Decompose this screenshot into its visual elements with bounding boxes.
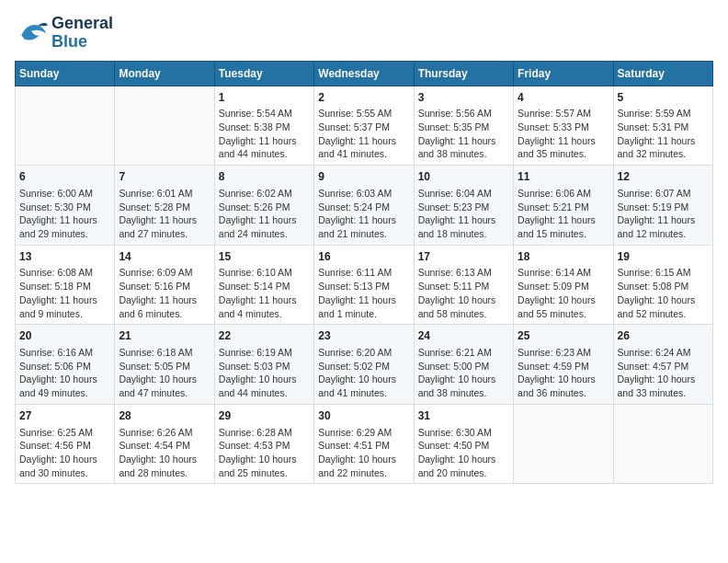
calendar-cell: 25Sunrise: 6:23 AMSunset: 4:59 PMDayligh… xyxy=(514,325,613,405)
day-content: Sunrise: 6:06 AMSunset: 5:21 PMDaylight:… xyxy=(518,187,609,241)
day-number: 19 xyxy=(618,249,709,265)
day-content: Sunrise: 6:23 AMSunset: 4:59 PMDaylight:… xyxy=(518,346,609,400)
day-content: Sunrise: 6:30 AMSunset: 4:50 PMDaylight:… xyxy=(418,426,509,480)
day-content: Sunrise: 6:02 AMSunset: 5:26 PMDaylight:… xyxy=(219,187,310,241)
calendar-cell: 13Sunrise: 6:08 AMSunset: 5:18 PMDayligh… xyxy=(16,245,115,325)
col-header-friday: Friday xyxy=(514,61,613,86)
calendar-cell: 14Sunrise: 6:09 AMSunset: 5:16 PMDayligh… xyxy=(115,245,214,325)
day-number: 28 xyxy=(119,408,210,424)
day-content: Sunrise: 6:16 AMSunset: 5:06 PMDaylight:… xyxy=(19,346,110,400)
day-number: 17 xyxy=(418,249,509,265)
calendar-cell: 24Sunrise: 6:21 AMSunset: 5:00 PMDayligh… xyxy=(414,325,513,405)
day-number: 21 xyxy=(119,328,210,344)
calendar-cell: 3Sunrise: 5:56 AMSunset: 5:35 PMDaylight… xyxy=(414,86,513,166)
calendar-cell: 27Sunrise: 6:25 AMSunset: 4:56 PMDayligh… xyxy=(16,404,115,484)
day-content: Sunrise: 6:20 AMSunset: 5:02 PMDaylight:… xyxy=(318,346,409,400)
logo: General Blue xyxy=(15,15,113,52)
day-content: Sunrise: 6:13 AMSunset: 5:11 PMDaylight:… xyxy=(418,266,509,320)
calendar-cell: 31Sunrise: 6:30 AMSunset: 4:50 PMDayligh… xyxy=(414,404,513,484)
col-header-sunday: Sunday xyxy=(16,61,115,86)
day-number: 10 xyxy=(418,169,509,185)
logo-bird-icon xyxy=(15,18,48,48)
logo-text: General Blue xyxy=(51,15,113,52)
day-number: 29 xyxy=(219,408,310,424)
day-content: Sunrise: 5:56 AMSunset: 5:35 PMDaylight:… xyxy=(418,107,509,161)
col-header-monday: Monday xyxy=(115,61,214,86)
day-number: 16 xyxy=(318,249,409,265)
day-number: 1 xyxy=(219,90,310,106)
day-content: Sunrise: 6:04 AMSunset: 5:23 PMDaylight:… xyxy=(418,187,509,241)
day-content: Sunrise: 6:08 AMSunset: 5:18 PMDaylight:… xyxy=(19,266,110,320)
day-number: 11 xyxy=(518,169,609,185)
day-number: 31 xyxy=(418,408,509,424)
day-content: Sunrise: 6:25 AMSunset: 4:56 PMDaylight:… xyxy=(19,426,110,480)
calendar-table: SundayMondayTuesdayWednesdayThursdayFrid… xyxy=(15,61,713,485)
calendar-cell: 30Sunrise: 6:29 AMSunset: 4:51 PMDayligh… xyxy=(314,404,414,484)
calendar-cell: 29Sunrise: 6:28 AMSunset: 4:53 PMDayligh… xyxy=(214,404,313,484)
day-number: 12 xyxy=(618,169,709,185)
day-content: Sunrise: 5:59 AMSunset: 5:31 PMDaylight:… xyxy=(618,107,709,161)
day-content: Sunrise: 6:07 AMSunset: 5:19 PMDaylight:… xyxy=(618,187,709,241)
calendar-cell: 10Sunrise: 6:04 AMSunset: 5:23 PMDayligh… xyxy=(414,166,513,246)
day-content: Sunrise: 6:24 AMSunset: 4:57 PMDaylight:… xyxy=(618,346,709,400)
calendar-cell: 17Sunrise: 6:13 AMSunset: 5:11 PMDayligh… xyxy=(414,245,513,325)
day-number: 6 xyxy=(19,169,110,185)
calendar-week-1: 1Sunrise: 5:54 AMSunset: 5:38 PMDaylight… xyxy=(16,86,713,166)
day-content: Sunrise: 6:28 AMSunset: 4:53 PMDaylight:… xyxy=(219,426,310,480)
calendar-header-row: SundayMondayTuesdayWednesdayThursdayFrid… xyxy=(16,61,713,86)
calendar-week-2: 6Sunrise: 6:00 AMSunset: 5:30 PMDaylight… xyxy=(16,166,713,246)
calendar-cell: 26Sunrise: 6:24 AMSunset: 4:57 PMDayligh… xyxy=(613,325,712,405)
day-content: Sunrise: 6:26 AMSunset: 4:54 PMDaylight:… xyxy=(119,426,210,480)
day-number: 7 xyxy=(119,169,210,185)
page-header: General Blue xyxy=(15,15,713,52)
calendar-cell: 9Sunrise: 6:03 AMSunset: 5:24 PMDaylight… xyxy=(314,166,414,246)
calendar-cell: 8Sunrise: 6:02 AMSunset: 5:26 PMDaylight… xyxy=(214,166,313,246)
col-header-wednesday: Wednesday xyxy=(314,61,414,86)
day-content: Sunrise: 6:03 AMSunset: 5:24 PMDaylight:… xyxy=(318,187,409,241)
day-number: 20 xyxy=(19,328,110,344)
calendar-cell: 2Sunrise: 5:55 AMSunset: 5:37 PMDaylight… xyxy=(314,86,414,166)
day-number: 27 xyxy=(19,408,110,424)
day-number: 30 xyxy=(318,408,409,424)
day-number: 25 xyxy=(518,328,609,344)
calendar-cell: 28Sunrise: 6:26 AMSunset: 4:54 PMDayligh… xyxy=(115,404,214,484)
day-content: Sunrise: 5:55 AMSunset: 5:37 PMDaylight:… xyxy=(318,107,409,161)
calendar-cell xyxy=(16,86,115,166)
calendar-cell xyxy=(613,404,712,484)
day-number: 9 xyxy=(318,169,409,185)
day-content: Sunrise: 6:15 AMSunset: 5:08 PMDaylight:… xyxy=(618,266,709,320)
day-content: Sunrise: 6:21 AMSunset: 5:00 PMDaylight:… xyxy=(418,346,509,400)
col-header-saturday: Saturday xyxy=(613,61,712,86)
calendar-cell: 6Sunrise: 6:00 AMSunset: 5:30 PMDaylight… xyxy=(16,166,115,246)
day-content: Sunrise: 6:10 AMSunset: 5:14 PMDaylight:… xyxy=(219,266,310,320)
calendar-cell: 16Sunrise: 6:11 AMSunset: 5:13 PMDayligh… xyxy=(314,245,414,325)
day-number: 8 xyxy=(219,169,310,185)
day-content: Sunrise: 6:11 AMSunset: 5:13 PMDaylight:… xyxy=(318,266,409,320)
calendar-cell: 15Sunrise: 6:10 AMSunset: 5:14 PMDayligh… xyxy=(214,245,313,325)
calendar-cell: 19Sunrise: 6:15 AMSunset: 5:08 PMDayligh… xyxy=(613,245,712,325)
day-number: 4 xyxy=(518,90,609,106)
day-content: Sunrise: 6:00 AMSunset: 5:30 PMDaylight:… xyxy=(19,187,110,241)
day-number: 23 xyxy=(318,328,409,344)
day-number: 13 xyxy=(19,249,110,265)
calendar-cell: 5Sunrise: 5:59 AMSunset: 5:31 PMDaylight… xyxy=(613,86,712,166)
day-content: Sunrise: 6:29 AMSunset: 4:51 PMDaylight:… xyxy=(318,426,409,480)
calendar-cell: 20Sunrise: 6:16 AMSunset: 5:06 PMDayligh… xyxy=(16,325,115,405)
day-number: 2 xyxy=(318,90,409,106)
calendar-week-5: 27Sunrise: 6:25 AMSunset: 4:56 PMDayligh… xyxy=(16,404,713,484)
day-content: Sunrise: 6:19 AMSunset: 5:03 PMDaylight:… xyxy=(219,346,310,400)
day-content: Sunrise: 5:54 AMSunset: 5:38 PMDaylight:… xyxy=(219,107,310,161)
calendar-week-3: 13Sunrise: 6:08 AMSunset: 5:18 PMDayligh… xyxy=(16,245,713,325)
day-number: 26 xyxy=(618,328,709,344)
day-number: 24 xyxy=(418,328,509,344)
calendar-week-4: 20Sunrise: 6:16 AMSunset: 5:06 PMDayligh… xyxy=(16,325,713,405)
col-header-thursday: Thursday xyxy=(414,61,513,86)
calendar-cell: 4Sunrise: 5:57 AMSunset: 5:33 PMDaylight… xyxy=(514,86,613,166)
day-content: Sunrise: 6:18 AMSunset: 5:05 PMDaylight:… xyxy=(119,346,210,400)
calendar-cell: 12Sunrise: 6:07 AMSunset: 5:19 PMDayligh… xyxy=(613,166,712,246)
day-content: Sunrise: 5:57 AMSunset: 5:33 PMDaylight:… xyxy=(518,107,609,161)
day-content: Sunrise: 6:09 AMSunset: 5:16 PMDaylight:… xyxy=(119,266,210,320)
day-content: Sunrise: 6:14 AMSunset: 5:09 PMDaylight:… xyxy=(518,266,609,320)
calendar-cell xyxy=(514,404,613,484)
day-number: 18 xyxy=(518,249,609,265)
